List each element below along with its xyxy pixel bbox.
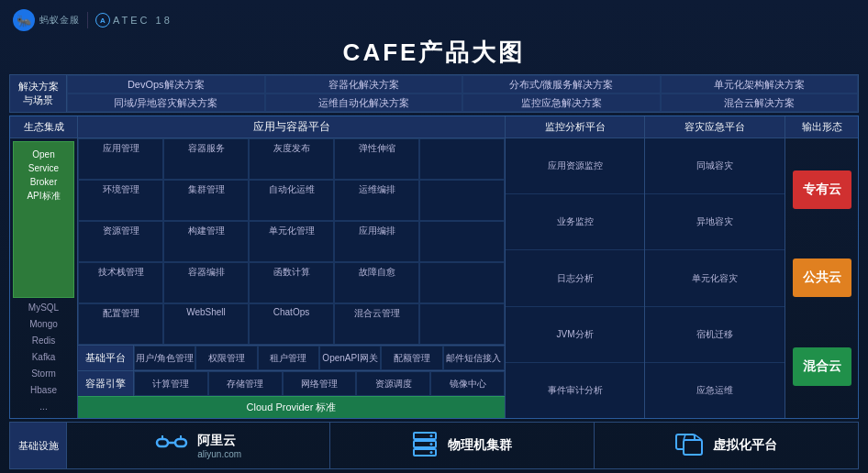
- btn-private-cloud[interactable]: 专有云: [793, 170, 851, 209]
- cell-app-mgmt: 应用管理: [78, 138, 163, 180]
- cloud-provider: Cloud Provider 标准: [78, 396, 505, 418]
- svg-point-10: [430, 451, 433, 454]
- cell-cluster-mgmt: 集群管理: [163, 180, 249, 221]
- virtual-icon: [674, 431, 704, 460]
- aliyun-text: 阿里云 aliyun.com: [197, 433, 241, 459]
- disaster-local: 同城容灾: [645, 138, 785, 194]
- sol-monitor: 监控应急解决方案: [462, 94, 661, 112]
- infra-physical: 物理机集群: [330, 423, 594, 468]
- foundation-quota: 配额管理: [381, 346, 442, 370]
- sol-hybrid: 混合云解决方案: [661, 94, 859, 112]
- foundation-notify: 邮件短信接入: [443, 346, 505, 370]
- ecosystem-content: OpenServiceBrokerAPI标准 MySQLMongoRedisKa…: [10, 138, 77, 418]
- sol-disasterdr: 同域/异地容灾解决方案: [67, 94, 265, 112]
- btn-public-cloud[interactable]: 公共云: [793, 258, 851, 297]
- infra-virtual: 虚拟化平台: [595, 423, 858, 468]
- physical-text: 物理机集群: [448, 437, 512, 454]
- cell-app-arrange: 应用编排: [334, 221, 419, 262]
- page-title: CAFE产品大图: [0, 37, 868, 74]
- disaster-emergency: 应急运维: [645, 363, 785, 418]
- foundation-openapi: OpenAPI网关: [319, 346, 381, 370]
- monitor-jvm: JVM分析: [506, 307, 644, 363]
- osb-block: OpenServiceBrokerAPI标准: [13, 141, 74, 298]
- svg-point-8: [430, 443, 433, 446]
- container-compute: 计算管理: [134, 371, 208, 396]
- a-circle: A: [95, 13, 110, 28]
- container-image: 镜像中心: [430, 371, 505, 396]
- cell-graydeploy: 灰度发布: [249, 138, 334, 180]
- cell-empty1: [419, 138, 505, 180]
- cell-unit-mgmt: 单元化管理: [249, 221, 334, 262]
- solutions-section: 解决方案 与场景 DevOps解决方案 容器化解决方案 分布式/微服务解决方案 …: [9, 74, 859, 113]
- cell-empty4: [419, 262, 505, 303]
- output-buttons: 专有云 公共云 混合云: [785, 138, 858, 418]
- virtual-text: 虚拟化平台: [713, 437, 777, 454]
- output-section: 输出形态 专有云 公共云 混合云: [785, 116, 858, 418]
- disaster-remote: 异地容灾: [645, 194, 785, 250]
- sol-container: 容器化解决方案: [265, 75, 463, 94]
- container-label: 容器引擎: [78, 371, 134, 396]
- solutions-label: 解决方案 与场景: [10, 75, 67, 112]
- cell-empty3: [419, 221, 505, 262]
- infra-aliyun: 阿里云 aliyun.com: [67, 423, 330, 468]
- cell-container-svc: 容器服务: [163, 138, 249, 180]
- cell-ops-arrange: 运维编排: [334, 180, 419, 221]
- app-root: 🐜 蚂蚁金服 A ATEC 18 CAFE产品大图 解决方案 与场景 DevOp…: [0, 0, 868, 473]
- ant-label: 蚂蚁金服: [39, 14, 80, 27]
- sol-devops: DevOps解决方案: [67, 75, 265, 94]
- monitor-section: 监控分析平台 应用资源监控 业务监控 日志分析 JVM分析 事件审计分析: [506, 116, 645, 418]
- foundation-label: 基础平台: [78, 346, 134, 370]
- aliyun-icon: [155, 430, 188, 462]
- disaster-migrate: 宿机迁移: [645, 307, 785, 363]
- cell-container-arrange: 容器编排: [163, 262, 249, 303]
- btn-hybrid-cloud[interactable]: 混合云: [793, 347, 851, 386]
- foundation-row: 基础平台 用户/角色管理 权限管理 租户管理 OpenAPI网关 配额管理 邮件…: [78, 345, 505, 370]
- infra-label: 基础设施: [10, 423, 67, 468]
- right-monitor-disaster: 监控分析平台 应用资源监控 业务监控 日志分析 JVM分析 事件审计分析 容灾应…: [505, 116, 785, 418]
- cell-env-mgmt: 环境管理: [78, 180, 163, 221]
- monitor-header: 监控分析平台: [506, 116, 644, 138]
- cell-hybrid-mgmt: 混合云管理: [334, 303, 419, 345]
- top-platform-row: 生态集成 OpenServiceBrokerAPI标准 MySQLMongoRe…: [10, 116, 858, 418]
- foundation-tenant: 租户管理: [258, 346, 319, 370]
- app-platform-grid: 应用管理 容器服务 灰度发布 弹性伸缩 环境管理 集群管理 自动化运维 运维编排…: [78, 138, 505, 345]
- app-platform-header: 应用与容器平台: [78, 116, 505, 138]
- cell-webshell: WebShell: [163, 303, 249, 345]
- cell-stack-mgmt: 技术栈管理: [78, 262, 163, 303]
- sol-distributed: 分布式/微服务解决方案: [462, 75, 661, 94]
- monitor-biz: 业务监控: [506, 194, 644, 250]
- svg-rect-0: [157, 439, 168, 446]
- container-engine-row: 容器引擎 计算管理 存储管理 网络管理 资源调度 镜像中心: [78, 370, 505, 396]
- disaster-header: 容灾应急平台: [645, 116, 785, 138]
- cell-faas: 函数计算: [249, 262, 334, 303]
- server-icon: [411, 431, 439, 460]
- monitor-event: 事件审计分析: [506, 363, 644, 418]
- disaster-section: 容灾应急平台 同城容灾 异地容灾 单元化容灾 宿机迁移 应急运维: [645, 116, 785, 418]
- ecosystem-label: 生态集成: [10, 116, 77, 138]
- cell-elasticscale: 弹性伸缩: [334, 138, 419, 180]
- svg-point-6: [430, 434, 433, 437]
- monitor-app-res: 应用资源监控: [506, 138, 644, 194]
- cell-empty2: [419, 180, 505, 221]
- infrastructure-row: 基础设施 阿里云 aliyun.com: [9, 422, 859, 469]
- container-storage: 存储管理: [208, 371, 283, 396]
- infra-items: 阿里云 aliyun.com: [67, 423, 858, 468]
- disaster-unit: 单元化容灾: [645, 250, 785, 306]
- foundation-perm: 权限管理: [195, 346, 257, 370]
- logo-antfinancial: 🐜 蚂蚁金服: [13, 9, 80, 31]
- solutions-grid: DevOps解决方案 容器化解决方案 分布式/微服务解决方案 单元化架构解决方案…: [67, 75, 858, 112]
- cell-config-mgmt: 配置管理: [78, 303, 163, 345]
- content-area: 解决方案 与场景 DevOps解决方案 容器化解决方案 分布式/微服务解决方案 …: [0, 74, 868, 469]
- cell-chatops: ChatOps: [249, 303, 334, 345]
- foundation-items: 用户/角色管理 权限管理 租户管理 OpenAPI网关 配额管理 邮件短信接入: [134, 346, 505, 370]
- monitor-disaster-top: 监控分析平台 应用资源监控 业务监控 日志分析 JVM分析 事件审计分析 容灾应…: [506, 116, 785, 418]
- main-platform-box: 生态集成 OpenServiceBrokerAPI标准 MySQLMongoRe…: [9, 116, 859, 419]
- ecosystem-section: 生态集成 OpenServiceBrokerAPI标准 MySQLMongoRe…: [10, 116, 78, 418]
- sol-unitarch: 单元化架构解决方案: [661, 75, 859, 94]
- cell-res-mgmt: 资源管理: [78, 221, 163, 262]
- logo-divider: [87, 12, 88, 28]
- container-items: 计算管理 存储管理 网络管理 资源调度 镜像中心: [134, 371, 505, 396]
- container-resource: 资源调度: [356, 371, 430, 396]
- logo-atec: A ATEC 18: [95, 13, 172, 28]
- cell-build-mgmt: 构建管理: [163, 221, 249, 262]
